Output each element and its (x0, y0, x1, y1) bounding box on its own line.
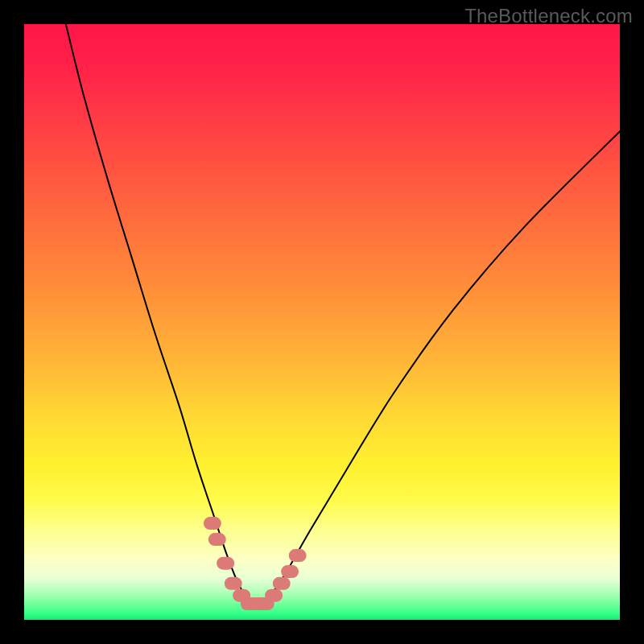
attribution-text: TheBottleneck.com (464, 5, 633, 27)
curve-line (66, 24, 620, 604)
chart-frame: TheBottleneck.com (0, 0, 644, 644)
curve-marker (204, 517, 221, 530)
curve-marker (208, 533, 226, 546)
curve-marker (273, 577, 291, 590)
plot-area (24, 24, 620, 620)
curve-marker (225, 577, 242, 590)
curve-marker (281, 565, 299, 578)
curve-marker (217, 557, 234, 570)
curve-marker (265, 589, 283, 602)
curve-marker (289, 549, 307, 562)
bottleneck-curve (24, 24, 620, 620)
